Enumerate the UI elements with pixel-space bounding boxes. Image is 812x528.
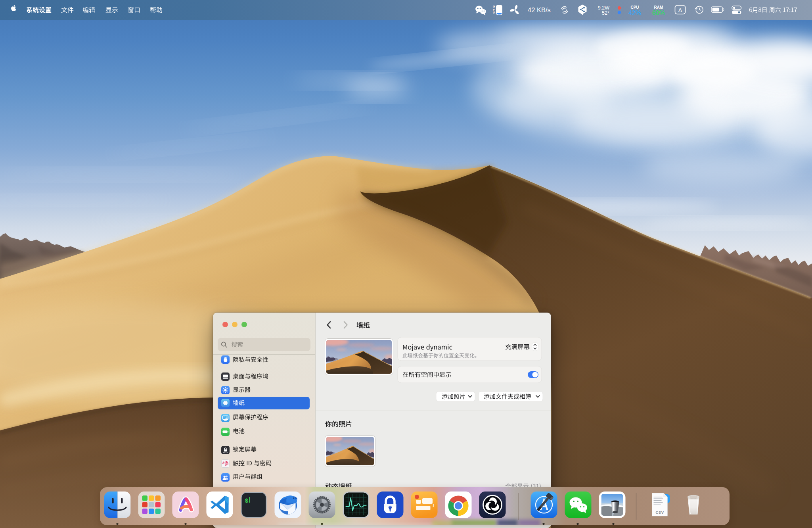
svg-text:A: A: [678, 7, 682, 13]
svg-text:CSV: CSV: [655, 510, 664, 515]
svg-text:9.2W: 9.2W: [598, 5, 609, 11]
svg-text:$: $: [245, 498, 249, 505]
svg-text:RAM: RAM: [654, 5, 663, 10]
svg-text:60%: 60%: [652, 10, 665, 16]
svg-text:P: P: [493, 8, 495, 11]
svg-text:U: U: [493, 11, 495, 14]
svg-text:CPU: CPU: [630, 5, 639, 10]
svg-text:42 KB/s: 42 KB/s: [528, 6, 551, 13]
svg-text:42%: 42%: [628, 10, 641, 16]
svg-text:G: G: [493, 5, 495, 8]
svg-text:52°: 52°: [602, 10, 609, 16]
